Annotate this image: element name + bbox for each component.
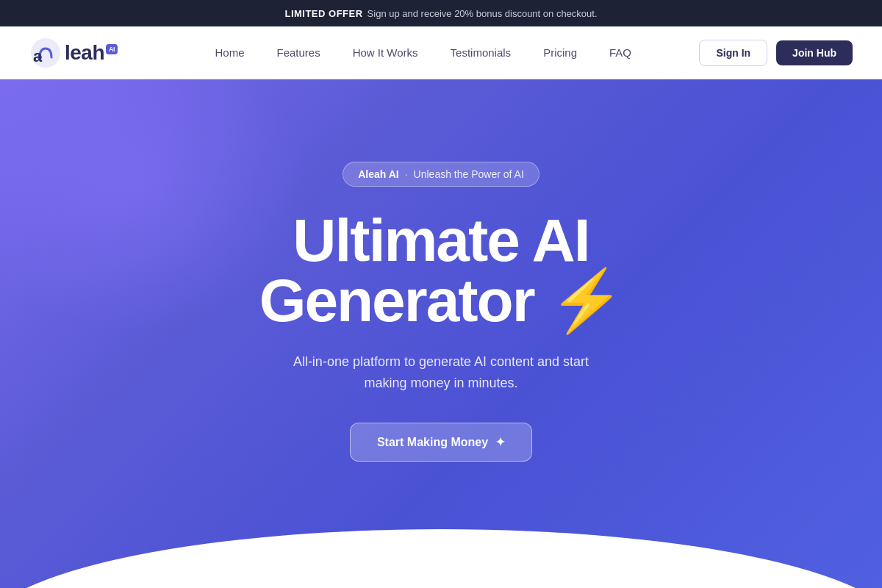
lightning-icon: ⚡ xyxy=(549,267,623,334)
hero-section: Aleah AI · Unleash the Power of AI Ultim… xyxy=(0,79,882,588)
cta-label: Start Making Money xyxy=(377,436,488,449)
offer-label: LIMITED OFFER xyxy=(284,8,362,19)
nav-actions: Sign In Join Hub xyxy=(699,40,853,66)
logo-icon: a xyxy=(29,37,62,69)
hero-title-line1: Ultimate AI xyxy=(293,207,589,273)
nav-link-how-it-works[interactable]: How It Works xyxy=(337,40,434,65)
hero-badge: Aleah AI · Unleash the Power of AI xyxy=(343,162,539,187)
logo[interactable]: a leahAI xyxy=(29,37,118,69)
nav-link-pricing[interactable]: Pricing xyxy=(527,40,593,65)
hero-badge-dot: · xyxy=(405,168,408,180)
joinhub-button[interactable]: Join Hub xyxy=(776,40,853,65)
nav-link-home[interactable]: Home xyxy=(198,40,260,65)
cta-button[interactable]: Start Making Money ✦ xyxy=(350,423,532,462)
logo-ai-badge: AI xyxy=(106,44,118,54)
offer-text: Sign up and receive 20% bonus discount o… xyxy=(368,8,598,19)
nav-links: Home Features How It Works Testimonials … xyxy=(147,40,699,65)
nav-link-testimonials[interactable]: Testimonials xyxy=(434,40,528,65)
announcement-bar: LIMITED OFFER Sign up and receive 20% bo… xyxy=(0,0,882,26)
nav-link-features[interactable]: Features xyxy=(260,40,336,65)
hero-badge-name: Aleah AI xyxy=(358,168,399,180)
hero-badge-tagline: Unleash the Power of AI xyxy=(414,168,524,180)
hero-subtitle: All-in-one platform to generate AI conte… xyxy=(279,351,603,394)
signin-button[interactable]: Sign In xyxy=(699,40,767,66)
nav-link-faq[interactable]: FAQ xyxy=(593,40,648,65)
hero-title: Ultimate AI Generator ⚡ xyxy=(259,210,623,331)
cta-icon: ✦ xyxy=(495,435,505,449)
navbar: a leahAI Home Features How It Works Test… xyxy=(0,26,882,79)
logo-text: leahAI xyxy=(65,41,118,65)
svg-text:a: a xyxy=(33,47,43,65)
hero-title-line2: Generator xyxy=(259,267,534,334)
